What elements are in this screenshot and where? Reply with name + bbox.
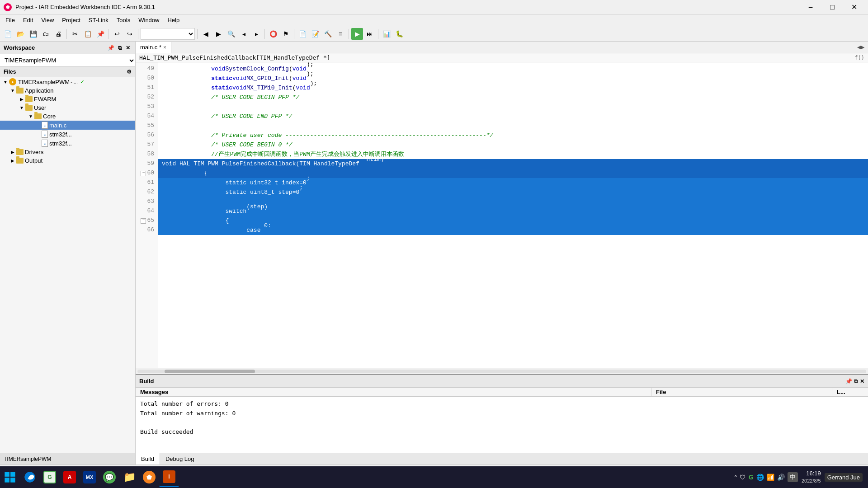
root-collapse-icon[interactable]: ▼ xyxy=(2,80,9,84)
toolbar-separator-6 xyxy=(294,29,294,39)
taskbar-explorer-icon[interactable]: 📁 xyxy=(119,467,139,487)
file-btn3[interactable]: 📝 xyxy=(309,28,321,40)
tab-mainc[interactable]: main.c * × xyxy=(136,42,171,53)
workspace-header-controls[interactable]: 📌 ⧉ ✕ xyxy=(106,45,132,51)
go-forward-button[interactable]: ▶ xyxy=(212,28,224,40)
taskbar-app1-icon[interactable]: G xyxy=(40,467,60,487)
taskbar-clock[interactable]: 16:19 2022/8/5 xyxy=(802,470,821,484)
open-file-button[interactable]: 📂 xyxy=(14,28,26,40)
menu-stlink[interactable]: ST-Link xyxy=(85,16,112,24)
config-dropdown[interactable] xyxy=(141,28,195,40)
print-button[interactable]: 🖨 xyxy=(52,28,64,40)
files-settings-icon[interactable]: ⚙ xyxy=(127,69,132,75)
editor-hscroll-track[interactable] xyxy=(137,370,866,373)
core-collapse-icon[interactable]: ▼ xyxy=(27,114,34,119)
new-file-button[interactable]: 📄 xyxy=(2,28,14,40)
taskbar-pdf-icon[interactable]: A xyxy=(60,467,80,487)
menu-edit[interactable]: Edit xyxy=(19,16,37,24)
redo-button[interactable]: ↪ xyxy=(124,28,136,40)
close-button[interactable]: ✕ xyxy=(844,0,864,14)
build-tab-debuglog[interactable]: Debug Log xyxy=(160,453,200,465)
build-panel-float[interactable]: ⧉ xyxy=(854,378,858,385)
application-collapse-icon[interactable]: ▼ xyxy=(9,88,16,93)
build-panel-controls[interactable]: 📌 ⧉ ✕ xyxy=(845,378,864,385)
workspace-dropdown[interactable]: TIMERsamplePWM xyxy=(0,54,135,67)
tree-mainc[interactable]: c main.c xyxy=(0,121,135,130)
step-button[interactable]: ⏭ xyxy=(364,28,376,40)
toggle-bkpt-button[interactable]: ⭕ xyxy=(267,28,279,40)
list-btn[interactable]: ≡ xyxy=(335,28,346,40)
output-collapse-icon[interactable]: ▶ xyxy=(9,158,16,163)
maximize-button[interactable]: □ xyxy=(822,0,843,14)
copy-button[interactable]: 📋 xyxy=(82,28,94,40)
taskbar-edge-icon[interactable] xyxy=(20,467,40,487)
tab-mainc-close[interactable]: × xyxy=(163,44,166,51)
save-all-button[interactable]: 🗂 xyxy=(40,28,52,40)
perf-button[interactable]: 📊 xyxy=(381,28,392,40)
systray-shield[interactable]: 🛡 xyxy=(740,474,746,481)
tree-drivers[interactable]: ▶ Drivers xyxy=(0,148,135,156)
menu-tools[interactable]: Tools xyxy=(113,16,134,24)
fold-60[interactable]: − xyxy=(141,171,146,176)
tree-application[interactable]: ▼ Application xyxy=(0,86,135,95)
search-next-button[interactable]: ▸ xyxy=(250,28,262,40)
menu-project[interactable]: Project xyxy=(58,16,84,24)
tree-stm32f-2[interactable]: c stm32f... xyxy=(0,139,135,148)
fold-65[interactable]: − xyxy=(141,218,146,224)
editor-hscroll-thumb[interactable] xyxy=(165,370,255,373)
build-panel-pin[interactable]: 📌 xyxy=(845,378,852,385)
taskbar-systray[interactable]: ^ 🛡 G 🌐 📶 🔊 中 xyxy=(734,472,798,482)
bookmarks-button[interactable]: ⚑ xyxy=(280,28,292,40)
tab-scroll-right[interactable]: ▶ xyxy=(861,44,864,50)
tree-user[interactable]: ▼ User xyxy=(0,103,135,112)
menu-file[interactable]: File xyxy=(2,16,19,24)
systray-volume[interactable]: 🔊 xyxy=(777,474,785,481)
systray-network[interactable]: 🌐 xyxy=(756,474,764,481)
undo-button[interactable]: ↩ xyxy=(111,28,123,40)
tree-ewarm[interactable]: ▶ EWARM xyxy=(0,95,135,103)
menu-window[interactable]: Window xyxy=(135,16,163,24)
workspace-float-icon[interactable]: ⧉ xyxy=(117,45,123,51)
tree-output[interactable]: ▶ Output xyxy=(0,156,135,165)
workspace-pin-icon[interactable]: 📌 xyxy=(106,45,116,51)
build-panel-close[interactable]: ✕ xyxy=(860,378,864,385)
workspace-close-icon[interactable]: ✕ xyxy=(124,45,132,51)
file-btn2[interactable]: 📄 xyxy=(297,28,308,40)
systray-app[interactable]: G xyxy=(749,474,754,481)
save-button[interactable]: 💾 xyxy=(27,28,39,40)
ewarm-collapse-icon[interactable]: ▶ xyxy=(18,97,25,102)
code-editor[interactable]: 49 50 51 52 53 54 55 56 57 58 59 −60 61 … xyxy=(136,62,868,368)
tab-scroll-left[interactable]: ◀ xyxy=(857,44,861,50)
user-collapse-icon[interactable]: ▼ xyxy=(18,105,25,110)
build-btn[interactable]: 🔨 xyxy=(322,28,334,40)
debug-btn[interactable]: 🐛 xyxy=(393,28,405,40)
taskbar-github-icon[interactable]: ⬟ xyxy=(139,467,159,487)
minimize-button[interactable]: ‒ xyxy=(800,0,821,14)
go-back-button[interactable]: ◀ xyxy=(200,28,212,40)
menu-help[interactable]: Help xyxy=(164,16,183,24)
tree-core[interactable]: ▼ Core xyxy=(0,112,135,121)
search-prev-button[interactable]: ◂ xyxy=(238,28,250,40)
systray-chevron[interactable]: ^ xyxy=(734,474,737,480)
cut-button[interactable]: ✂ xyxy=(69,28,81,40)
tree-stm32f-1[interactable]: c stm32f... xyxy=(0,130,135,139)
user-name[interactable]: Gerrand Jue xyxy=(825,473,863,482)
taskbar-start-button[interactable] xyxy=(0,467,20,487)
paste-button[interactable]: 📌 xyxy=(94,28,106,40)
systray-ime[interactable]: 中 xyxy=(788,472,798,482)
drivers-collapse-icon[interactable]: ▶ xyxy=(9,150,16,155)
run-button[interactable]: ▶ xyxy=(351,28,363,40)
taskbar: G A MX 💬 📁 ⬟ I ^ 🛡 G 🌐 📶 🔊 中 16:19 2022/… xyxy=(0,466,868,488)
taskbar-mx-icon[interactable]: MX xyxy=(80,467,99,487)
search-button[interactable]: 🔍 xyxy=(225,28,237,40)
tree-root-dots: - ... xyxy=(71,79,78,84)
title-controls[interactable]: ‒ □ ✕ xyxy=(800,0,864,14)
menu-view[interactable]: View xyxy=(38,16,57,24)
build-tab-build[interactable]: Build xyxy=(136,453,160,465)
systray-wifi[interactable]: 📶 xyxy=(767,474,774,481)
tree-root[interactable]: ▼ ● TIMERsamplePWM - ... ✓ xyxy=(0,77,135,86)
taskbar-wechat-icon[interactable]: 💬 xyxy=(99,467,119,487)
code-content[interactable]: void SystemClock_Config(void); static vo… xyxy=(158,62,868,368)
editor-hscroll[interactable] xyxy=(136,368,868,374)
taskbar-iar-icon[interactable]: I xyxy=(159,467,179,487)
